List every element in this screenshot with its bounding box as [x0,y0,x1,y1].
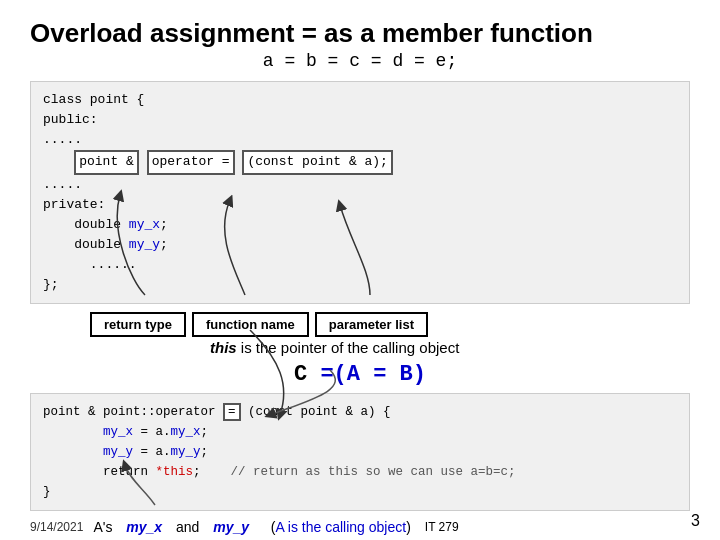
bottom-eq-highlight: = [223,403,241,421]
this-pointer-line: this is the pointer of the calling objec… [210,339,690,356]
code-line-3: ..... [43,130,677,150]
bottom-code-text1: point & point::operator [43,405,223,419]
highlight-param-sig: (const point & a); [242,150,392,174]
main-title: Overload assignment = as a member functi… [30,18,690,49]
calling-object-note: (A is the calling object) [259,519,411,535]
c-letter: C [294,362,320,387]
title-text: Overload assignment = as a member functi… [30,18,593,48]
bottom-line-1: point & point::operator = (const point &… [43,402,677,422]
a-apostrophe: A's [93,519,116,535]
code-line-10: }; [43,275,677,295]
bottom-line-5: } [43,482,677,502]
bottom-line-2: my_x = a.my_x; [43,422,677,442]
code-space [139,152,147,172]
function-name-label: function name [192,312,309,337]
page: Overload assignment = as a member functi… [0,0,720,540]
highlight-point-ref: point & [74,150,139,174]
bottom-code-text2: (const point & a) { [241,405,391,419]
this-description: is the pointer of the calling object [241,339,459,356]
code-indent [43,152,74,172]
eq-sign2: = [373,362,386,387]
code-line-5: ..... [43,175,677,195]
subtitle-text: a = b = c = d = e; [263,51,457,71]
a-letter: A [347,362,373,387]
top-code-box: class point { public: ..... point & oper… [30,81,690,304]
eq-sign: =( [320,362,346,387]
code-line-1: class point { [43,90,677,110]
eq-close: ) [413,362,426,387]
highlight-operator-eq: operator = [147,150,235,174]
bottom-note-row: 9/14/2021 A's my_x and my_y (A is the ca… [30,519,690,535]
course-label: IT 279 [425,520,459,534]
b-letter: B [386,362,412,387]
page-number: 3 [691,512,700,530]
label-row: return type function name parameter list [90,312,690,337]
code-space2 [235,152,243,172]
bottom-line-3: my_y = a.my_y; [43,442,677,462]
return-type-label: return type [90,312,186,337]
bottom-code-box: point & point::operator = (const point &… [30,393,690,511]
code-line-7: double my_x; [43,215,677,235]
code-line-6: private: [43,195,677,215]
subtitle: a = b = c = d = e; [30,51,690,71]
code-line-4: point & operator = (const point & a); [43,150,677,174]
code-line-2: public: [43,110,677,130]
code-line-8: double my_y; [43,235,677,255]
date-label: 9/14/2021 [30,520,83,534]
and-label: and [172,519,203,535]
code-line-9: ...... [43,255,677,275]
parameter-list-label: parameter list [315,312,428,337]
my-x-label: my_x [126,519,162,535]
this-keyword: this [210,339,237,356]
my-y-label: my_y [213,519,249,535]
bottom-line-4: return *this; // return as this so we ca… [43,462,677,482]
c-equals-ab: C =(A = B) [30,362,690,387]
